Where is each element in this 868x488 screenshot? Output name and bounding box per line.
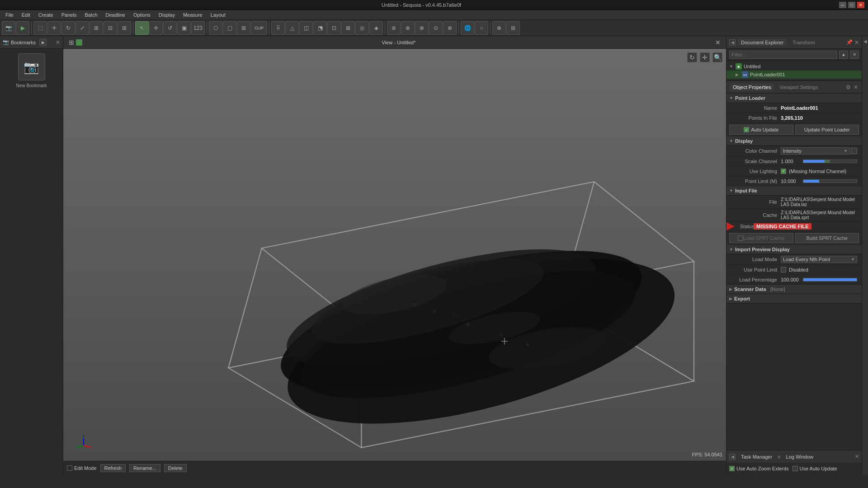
toolbar-grid2-btn[interactable]: ⊞ — [237, 21, 250, 35]
viewport-zoom-btn[interactable]: 🔍 — [712, 52, 722, 62]
use-lighting-checkbox[interactable]: ✓ — [781, 169, 786, 174]
filter-btn2[interactable]: ✕ — [850, 51, 859, 59]
scale-channel-slider[interactable]: 1.000 — [781, 159, 857, 164]
edit-mode-checkbox[interactable] — [67, 465, 72, 471]
panel-toggle-btn[interactable]: ◀ — [729, 39, 736, 46]
toolbar-points-btn[interactable]: ⊞ — [118, 21, 131, 35]
left-panel-close[interactable]: ✕ — [56, 39, 60, 46]
task-toggle-btn[interactable]: ◀ — [729, 454, 736, 460]
panel-expand-btn[interactable]: ▶ — [39, 39, 47, 46]
auto-zoom-checkbox[interactable]: ✓ — [729, 466, 735, 471]
menu-measure[interactable]: Measure — [179, 11, 206, 19]
toolbar-dots-btn[interactable]: ⠿ — [271, 21, 285, 35]
menu-deadline[interactable]: Deadline — [102, 11, 129, 19]
toolbar-bookmark-btn[interactable]: 📷 — [2, 21, 15, 35]
obj-props-tab[interactable]: Object Properties — [730, 84, 774, 91]
point-loader-section-header[interactable]: ▼ Point Loader — [726, 94, 862, 103]
toolbar-pick-btn[interactable]: ◈ — [369, 21, 383, 35]
load-sprt-checkbox[interactable] — [738, 235, 743, 241]
toolbar-snap-btn[interactable]: ⊞ — [90, 21, 103, 35]
toolbar-rotate-btn[interactable]: ↻ — [61, 21, 75, 35]
toolbar-link-btn[interactable]: ⊕ — [492, 21, 506, 35]
viewport-canvas[interactable]: ↻ ✛ 🔍 — [63, 49, 726, 461]
maximize-button[interactable]: □ — [848, 2, 855, 8]
obj-props-close[interactable]: ✕ — [854, 84, 858, 90]
viewport-expand-btn[interactable]: ⊞ — [67, 38, 76, 47]
toolbar-globe-btn[interactable]: 🌐 — [461, 21, 474, 35]
scanner-data-section-header[interactable]: ▶ Scanner Data [None] — [726, 285, 862, 294]
toolbar-scale-btn[interactable]: ⤢ — [75, 21, 89, 35]
update-point-loader-btn[interactable]: Update Point Loader — [795, 125, 859, 135]
toolbar-box-btn[interactable]: ▢ — [223, 21, 236, 35]
color-channel-dropdown[interactable]: Intensity ▼ — [781, 147, 850, 155]
toolbar-measure2-btn[interactable]: ⬔ — [313, 21, 327, 35]
filter-btn1[interactable]: ▲ — [839, 51, 848, 59]
toolbar-select-btn[interactable]: ⬚ — [33, 21, 47, 35]
menu-create[interactable]: Create — [35, 11, 57, 19]
new-bookmark-btn[interactable]: 📷 — [18, 53, 45, 80]
tree-item-untitled[interactable]: ▼ ■ Untitled — [726, 62, 862, 70]
task-manager-tab[interactable]: Task Manager — [738, 453, 775, 460]
auto-update-checkbox[interactable] — [793, 466, 798, 471]
toolbar-pentagon-btn[interactable]: ⬠ — [209, 21, 222, 35]
viewport-pan-btn[interactable]: ✛ — [700, 52, 710, 62]
toolbar-algo2-btn[interactable]: ⊕ — [401, 21, 415, 35]
toolbar-algo4-btn[interactable]: ⊙ — [429, 21, 443, 35]
menu-batch[interactable]: Batch — [81, 11, 101, 19]
edit-mode-toggle[interactable]: Edit Mode — [67, 465, 97, 471]
toolbar-select2-btn[interactable]: ⊡ — [327, 21, 341, 35]
toolbar-num-btn[interactable]: 123 — [191, 21, 205, 35]
gear-icon[interactable]: ⚙ — [846, 84, 851, 90]
toolbar-lasso-btn[interactable]: ◎ — [355, 21, 369, 35]
menu-options[interactable]: Options — [130, 11, 154, 19]
display-section-header[interactable]: ▼ Display — [726, 136, 862, 146]
auto-update-btn[interactable]: ✓ Auto Update — [729, 125, 793, 135]
point-limit-track[interactable] — [803, 179, 857, 183]
load-percentage-slider[interactable]: 100.000 — [781, 277, 857, 282]
minimize-button[interactable]: ─ — [839, 2, 846, 8]
build-sprt-btn[interactable]: Build SPRT Cache — [795, 233, 859, 243]
rename-button[interactable]: Rename... — [129, 464, 160, 472]
task-bar-close[interactable]: ✕ — [855, 454, 859, 460]
export-section-header[interactable]: ▶ Export — [726, 294, 862, 304]
toolbar-fence-btn[interactable]: ⊠ — [341, 21, 355, 35]
pin-icon[interactable]: 📌 — [846, 39, 853, 45]
toolbar-move-btn[interactable]: ✛ — [149, 21, 163, 35]
tree-item-pointloader[interactable]: ▶ ••• PointLoader001 — [726, 70, 862, 79]
load-sprt-btn[interactable]: Load SPRT Cache — [729, 233, 793, 243]
viewport-orbit-btn[interactable]: ↻ — [687, 52, 697, 62]
toolbar-link2-btn[interactable]: ⊞ — [506, 21, 520, 35]
toolbar-classify-btn[interactable]: ◫ — [299, 21, 313, 35]
load-mode-dropdown[interactable]: Load Every Nth Point ▼ — [781, 256, 857, 263]
toolbar-arrow-btn[interactable]: ↖ — [135, 21, 149, 35]
right-panel-collapse-btn[interactable]: ◀ — [862, 36, 868, 474]
viewport-settings-tab[interactable]: Viewport Settings — [777, 84, 821, 91]
doc-explorer-tab[interactable]: Document Explorer — [737, 39, 787, 46]
viewport-close-btn[interactable]: ✕ — [713, 38, 722, 47]
load-percentage-track[interactable] — [803, 278, 857, 282]
toolbar-grid-btn[interactable]: ⊟ — [104, 21, 117, 35]
refresh-button[interactable]: Refresh — [100, 464, 126, 472]
toolbar-frame-btn[interactable]: ▣ — [177, 21, 191, 35]
log-window-tab[interactable]: Log Window — [783, 453, 816, 460]
toolbar-clip-btn[interactable]: CLIP — [251, 21, 267, 35]
close-button[interactable]: ✕ — [857, 2, 864, 8]
doc-explorer-close[interactable]: ✕ — [854, 39, 859, 46]
menu-edit[interactable]: Edit — [18, 11, 34, 19]
toolbar-refresh-btn[interactable]: ↺ — [163, 21, 177, 35]
toolbar-sphere-btn[interactable]: ○ — [475, 21, 488, 35]
toolbar-play-btn[interactable]: ▶ — [16, 21, 29, 35]
menu-file[interactable]: File — [2, 11, 17, 19]
toolbar-transform-btn[interactable]: ✛ — [47, 21, 61, 35]
toolbar-triangle-btn[interactable]: △ — [285, 21, 299, 35]
scale-track[interactable] — [803, 160, 857, 163]
scene-view[interactable] — [63, 49, 726, 461]
transform-tab[interactable]: Transform — [789, 39, 819, 46]
menu-layout[interactable]: Layout — [207, 11, 229, 19]
color-swatch[interactable] — [851, 148, 857, 154]
menu-display[interactable]: Display — [155, 11, 179, 19]
delete-button[interactable]: Delete — [164, 464, 187, 472]
use-point-limit-checkbox[interactable] — [781, 267, 786, 272]
filter-input[interactable] — [729, 51, 837, 59]
toolbar-algo3-btn[interactable]: ⊗ — [415, 21, 429, 35]
